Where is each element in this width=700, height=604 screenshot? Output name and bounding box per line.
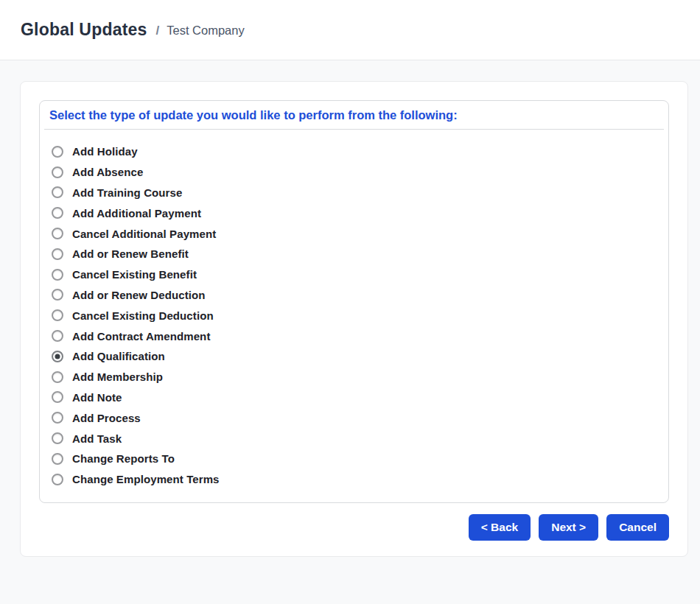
back-button[interactable]: < Back <box>469 514 531 541</box>
radio-icon[interactable] <box>52 371 63 383</box>
radio-icon[interactable] <box>52 146 63 158</box>
radio-option[interactable]: Cancel Existing Deduction <box>52 305 658 326</box>
radio-option[interactable]: Add Process <box>52 407 658 428</box>
option-label: Add Absence <box>72 166 143 178</box>
option-label: Add Qualification <box>72 350 165 362</box>
radio-option[interactable]: Add Absence <box>52 162 658 183</box>
update-type-panel: Select the type of update you would like… <box>39 100 669 503</box>
option-label: Change Employment Terms <box>72 473 220 485</box>
option-label: Change Reports To <box>72 452 175 465</box>
option-label: Add Additional Payment <box>72 207 201 220</box>
radio-option[interactable]: Add Qualification <box>52 346 658 367</box>
radio-icon[interactable] <box>52 432 63 444</box>
radio-option[interactable]: Add Contract Amendment <box>52 326 658 346</box>
option-label: Add Contract Amendment <box>72 330 210 343</box>
radio-icon[interactable] <box>52 330 63 342</box>
option-label: Cancel Existing Deduction <box>72 309 214 322</box>
page-header: Global Updates / Test Company <box>0 0 700 60</box>
content-card: Select the type of update you would like… <box>20 81 688 557</box>
option-label: Cancel Additional Payment <box>72 228 216 240</box>
radio-icon[interactable] <box>52 309 63 321</box>
radio-icon[interactable] <box>52 289 63 301</box>
radio-icon[interactable] <box>52 166 63 178</box>
radio-option[interactable]: Add Note <box>52 387 658 408</box>
option-label: Add Process <box>72 412 141 424</box>
update-options-list: Add HolidayAdd AbsenceAdd Training Cours… <box>40 130 668 502</box>
breadcrumb-separator: / <box>156 24 160 38</box>
option-label: Add or Renew Deduction <box>72 289 206 301</box>
radio-option[interactable]: Add or Renew Deduction <box>52 285 658 306</box>
radio-icon[interactable] <box>52 228 63 239</box>
radio-option[interactable]: Add Additional Payment <box>52 203 658 223</box>
radio-option[interactable]: Add Training Course <box>52 183 658 203</box>
radio-icon[interactable] <box>52 474 63 485</box>
page-title: Global Updates <box>21 20 147 40</box>
option-label: Add Membership <box>72 371 163 383</box>
radio-icon[interactable] <box>52 391 63 403</box>
option-label: Add Holiday <box>72 145 138 158</box>
radio-option[interactable]: Add Holiday <box>52 141 658 162</box>
option-label: Add or Renew Benefit <box>72 247 189 260</box>
radio-option[interactable]: Cancel Existing Benefit <box>52 264 658 285</box>
radio-option[interactable]: Cancel Additional Payment <box>52 223 658 244</box>
wizard-buttons-row: < Back Next > Cancel <box>39 514 669 541</box>
next-button[interactable]: Next > <box>539 514 598 541</box>
panel-heading: Select the type of update you would like… <box>40 101 668 129</box>
breadcrumb: Test Company <box>167 24 244 38</box>
option-label: Add Note <box>72 391 122 404</box>
radio-icon[interactable] <box>52 248 63 260</box>
radio-selected-icon[interactable] <box>52 351 63 362</box>
radio-icon[interactable] <box>52 186 63 198</box>
radio-option[interactable]: Change Employment Terms <box>52 469 658 490</box>
option-label: Add Task <box>72 432 122 445</box>
radio-option[interactable]: Change Reports To <box>52 449 658 469</box>
page: Global Updates / Test Company Select the… <box>0 0 700 604</box>
radio-icon[interactable] <box>52 269 63 281</box>
radio-icon[interactable] <box>52 207 63 219</box>
cancel-button[interactable]: Cancel <box>606 514 669 541</box>
radio-icon[interactable] <box>52 453 63 465</box>
radio-option[interactable]: Add or Renew Benefit <box>52 244 658 264</box>
radio-option[interactable]: Add Membership <box>52 367 658 387</box>
radio-option[interactable]: Add Task <box>52 428 658 449</box>
option-label: Cancel Existing Benefit <box>72 268 197 281</box>
option-label: Add Training Course <box>72 186 182 199</box>
radio-icon[interactable] <box>52 412 63 424</box>
